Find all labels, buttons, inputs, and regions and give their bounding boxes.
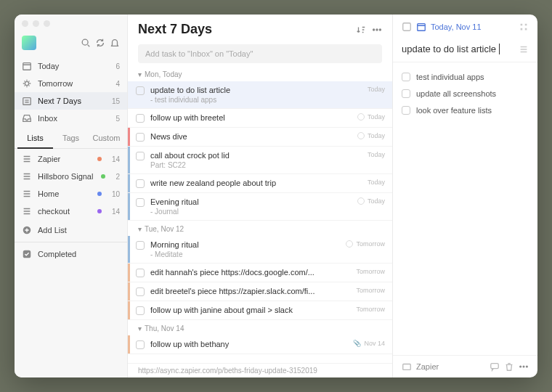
svg-rect-10 bbox=[418, 24, 426, 31]
task-date: Today bbox=[368, 86, 385, 93]
task-checkbox[interactable] bbox=[136, 241, 145, 250]
svg-point-2 bbox=[25, 81, 28, 85]
task-row[interactable]: update to do list article- test individu… bbox=[128, 81, 392, 109]
sidebar-tabs: ListsTagsCustom bbox=[15, 128, 127, 149]
notifications-icon[interactable] bbox=[110, 38, 120, 48]
tab-tags[interactable]: Tags bbox=[53, 128, 89, 148]
delete-icon[interactable] bbox=[504, 362, 514, 372]
detail-date[interactable]: Today, Nov 11 bbox=[431, 23, 482, 31]
sidebar-item-next-7-days[interactable]: Next 7 Days15 bbox=[15, 92, 127, 110]
task-row[interactable]: follow up with janine about gmail > slac… bbox=[128, 301, 392, 320]
task-title: Evening ritual bbox=[150, 197, 352, 206]
task-subtitle: - Journal bbox=[150, 208, 352, 216]
task-subtitle: - test individual apps bbox=[150, 96, 362, 104]
subtask-checkbox[interactable] bbox=[402, 73, 410, 81]
priority-bar bbox=[128, 301, 130, 319]
count-badge: 10 bbox=[112, 190, 120, 198]
task-checkbox[interactable] bbox=[136, 152, 145, 160]
subtask-checkbox[interactable] bbox=[402, 89, 410, 98]
add-list-button[interactable]: Add List bbox=[15, 221, 127, 239]
svg-point-13 bbox=[520, 366, 521, 367]
task-checkbox[interactable] bbox=[136, 114, 145, 123]
svg-rect-11 bbox=[403, 364, 411, 370]
sidebar-item-label: Today bbox=[38, 62, 59, 70]
list-checkout[interactable]: checkout14 bbox=[15, 203, 127, 220]
task-date: Today bbox=[357, 197, 385, 205]
sync-icon[interactable] bbox=[95, 38, 105, 48]
subtask-item[interactable]: look over feature lists bbox=[402, 102, 529, 118]
list-zapier[interactable]: Zapier14 bbox=[15, 150, 127, 168]
task-date: Tomorrow bbox=[356, 306, 385, 313]
task-title: edit breetel's piece https://zapier.slac… bbox=[150, 287, 350, 295]
detail-list-name[interactable]: Zapier bbox=[416, 362, 439, 371]
task-checkbox[interactable] bbox=[136, 133, 145, 142]
task-title: follow up with bethany bbox=[150, 340, 347, 348]
priority-bar bbox=[128, 174, 130, 192]
task-row[interactable]: edit breetel's piece https://zapier.slac… bbox=[128, 282, 392, 301]
task-title: edit hannah's piece https://docs.google.… bbox=[150, 268, 350, 277]
comment-icon[interactable] bbox=[490, 362, 500, 372]
priority-bar bbox=[128, 282, 130, 301]
outline-icon[interactable] bbox=[519, 44, 529, 54]
window-controls[interactable] bbox=[15, 15, 127, 33]
task-row[interactable]: follow up with breetelToday bbox=[128, 109, 392, 128]
detail-title[interactable]: update to do list article bbox=[402, 44, 496, 54]
task-checkbox[interactable] bbox=[136, 340, 145, 349]
tab-lists[interactable]: Lists bbox=[17, 128, 53, 149]
search-icon[interactable] bbox=[81, 38, 91, 48]
subtask-item[interactable]: test individual apps bbox=[402, 68, 529, 85]
main-panel: Next 7 Days Add task to "Inbox" on "Toda… bbox=[128, 15, 392, 377]
subtask-list: test individual appsupdate all screensho… bbox=[393, 62, 537, 355]
chevron-down-icon: ▾ bbox=[138, 70, 142, 78]
count-badge: 5 bbox=[115, 115, 120, 123]
svg-rect-3 bbox=[23, 98, 31, 105]
color-dot bbox=[97, 209, 102, 213]
custom-lists: Zapier14Hillsboro Signal2Home10checkout1… bbox=[15, 149, 127, 221]
checkbox-icon[interactable] bbox=[402, 22, 412, 32]
task-checkbox[interactable] bbox=[136, 86, 145, 95]
task-checkbox[interactable] bbox=[136, 287, 145, 296]
priority-bar bbox=[128, 147, 130, 173]
sort-icon[interactable] bbox=[356, 25, 366, 35]
subtask-checkbox[interactable] bbox=[402, 106, 410, 115]
group-label: Thu, Nov 14 bbox=[145, 324, 184, 332]
task-list: ▾Mon, Todayupdate to do list article- te… bbox=[128, 66, 392, 363]
task-title: call about crock pot lid bbox=[150, 151, 362, 160]
sidebar-item-inbox[interactable]: Inbox5 bbox=[15, 110, 127, 127]
task-checkbox[interactable] bbox=[136, 306, 145, 315]
task-row[interactable]: follow up with bethany📎Nov 14 bbox=[128, 335, 392, 354]
more-icon[interactable] bbox=[372, 25, 382, 35]
list-hillsboro-signal[interactable]: Hillsboro Signal2 bbox=[15, 168, 127, 185]
group-header[interactable]: ▾Thu, Nov 14 bbox=[128, 320, 392, 335]
chevron-down-icon: ▾ bbox=[138, 225, 142, 233]
subtask-item[interactable]: update all screenshots bbox=[402, 85, 529, 102]
task-row[interactable]: Morning ritual- MeditateTomorrow bbox=[128, 236, 392, 264]
task-row[interactable]: News diveToday bbox=[128, 128, 392, 147]
task-row[interactable]: call about crock pot lidPart: SC22Today bbox=[128, 147, 392, 174]
avatar[interactable] bbox=[22, 36, 36, 50]
sidebar-item-today[interactable]: Today6 bbox=[15, 57, 127, 75]
task-row[interactable]: Evening ritual- JournalToday bbox=[128, 193, 392, 221]
completed-item[interactable]: Completed bbox=[15, 245, 127, 263]
task-row[interactable]: write new zealand people about tripToday bbox=[128, 174, 392, 193]
add-task-input[interactable]: Add task to "Inbox" on "Today" bbox=[138, 44, 382, 63]
list-label: Hillsboro Signal bbox=[38, 172, 93, 181]
subtask-title: test individual apps bbox=[416, 73, 484, 81]
task-checkbox[interactable] bbox=[136, 198, 145, 207]
more-footer-icon[interactable] bbox=[519, 362, 529, 372]
sidebar-item-tomorrow[interactable]: Tomorrow4 bbox=[15, 75, 127, 92]
priority-icon[interactable] bbox=[519, 22, 529, 32]
task-date: Tomorrow bbox=[346, 240, 385, 248]
task-checkbox[interactable] bbox=[136, 269, 145, 277]
task-row[interactable]: edit hannah's piece https://docs.google.… bbox=[128, 264, 392, 282]
date-icon bbox=[416, 22, 426, 32]
group-header[interactable]: ▾Mon, Today bbox=[128, 66, 392, 81]
chevron-down-icon: ▾ bbox=[138, 324, 142, 332]
tab-custom[interactable]: Custom bbox=[89, 128, 124, 148]
task-checkbox[interactable] bbox=[136, 179, 145, 188]
count-badge: 4 bbox=[115, 80, 120, 88]
list-home[interactable]: Home10 bbox=[15, 185, 127, 203]
task-title: write new zealand people about trip bbox=[150, 179, 362, 187]
list-icon bbox=[22, 206, 32, 216]
group-header[interactable]: ▾Tue, Nov 12 bbox=[128, 221, 392, 236]
